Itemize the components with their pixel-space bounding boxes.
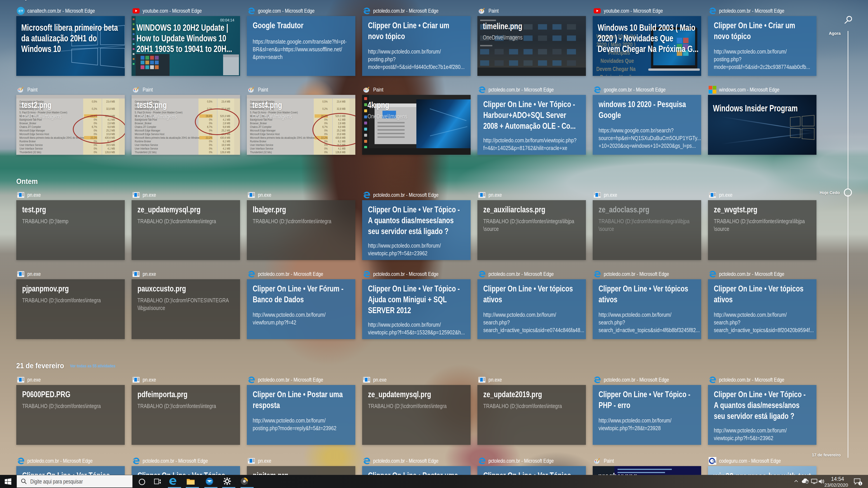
svg-text:CT: CT xyxy=(19,9,23,13)
svg-text:1: 1 xyxy=(860,482,861,485)
